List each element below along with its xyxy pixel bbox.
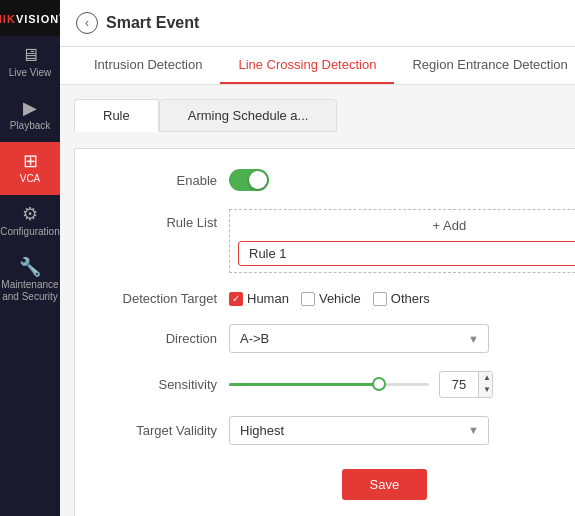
content-area: Rule Arming Schedule a... Enable Rule Li… xyxy=(60,85,575,516)
sensitivity-input-wrap: ▲ ▼ xyxy=(439,371,493,398)
rule-item-label: Rule 1 xyxy=(249,246,287,261)
save-button[interactable]: Save xyxy=(342,469,428,500)
rule-item[interactable]: Rule 1 ✕ xyxy=(238,241,575,266)
sensitivity-input[interactable] xyxy=(440,373,478,396)
vehicle-label: Vehicle xyxy=(319,291,361,306)
playback-icon: ▶ xyxy=(23,99,37,117)
sensitivity-label: Sensitivity xyxy=(99,377,229,392)
sidebar-item-label: Live View xyxy=(9,67,52,79)
target-validity-label: Target Validity xyxy=(99,423,229,438)
slider-fill xyxy=(229,383,379,386)
sidebar-item-label: VCA xyxy=(20,173,41,185)
form-panel: Enable Rule List + Add Rule 1 ✕ xyxy=(74,148,575,516)
target-others[interactable]: Others xyxy=(373,291,430,306)
sidebar-item-label: Configuration xyxy=(0,226,59,238)
enable-toggle[interactable] xyxy=(229,169,269,191)
direction-label: Direction xyxy=(99,331,229,346)
direction-select[interactable]: A->B A<-B A<->B xyxy=(229,324,489,353)
vca-icon: ⊞ xyxy=(23,152,38,170)
target-validity-select[interactable]: Highest High Medium Low Lowest xyxy=(229,416,489,445)
sidebar-item-label: Maintenance and Security xyxy=(0,279,60,303)
rule-list-label: Rule List xyxy=(99,209,229,230)
enable-row: Enable xyxy=(99,169,575,191)
detection-target-label: Detection Target xyxy=(99,291,229,306)
sensitivity-decrement-button[interactable]: ▼ xyxy=(479,384,493,396)
direction-select-wrapper: A->B A<-B A<->B ▼ xyxy=(229,324,489,353)
logo-text: HIKVISION® xyxy=(0,11,66,25)
others-label: Others xyxy=(391,291,430,306)
others-checkbox[interactable] xyxy=(373,292,387,306)
direction-row: Direction A->B A<-B A<->B ▼ xyxy=(99,324,575,353)
detection-target-row: Detection Target ✓ Human Vehicle Others xyxy=(99,291,575,306)
sensitivity-increment-button[interactable]: ▲ xyxy=(479,372,493,384)
sidebar-item-live-view[interactable]: 🖥 Live View xyxy=(0,36,60,89)
sensitivity-row: Sensitivity ▲ ▼ xyxy=(99,371,575,398)
save-row: Save xyxy=(99,463,575,500)
enable-label: Enable xyxy=(99,173,229,188)
sidebar-item-label: Playback xyxy=(10,120,51,132)
target-validity-select-wrapper: Highest High Medium Low Lowest ▼ xyxy=(229,416,489,445)
tab-arming-schedule[interactable]: Arming Schedule a... xyxy=(159,99,338,132)
target-validity-row: Target Validity Highest High Medium Low … xyxy=(99,416,575,445)
header: ‹ Smart Event xyxy=(60,0,575,47)
toggle-knob xyxy=(249,171,267,189)
logo: HIKVISION® xyxy=(0,0,60,36)
human-checkbox[interactable]: ✓ xyxy=(229,292,243,306)
slider-arrows: ▲ ▼ xyxy=(478,372,493,397)
sidebar-item-configuration[interactable]: ⚙ Configuration xyxy=(0,195,60,248)
rule-list-container: + Add Rule 1 ✕ xyxy=(229,209,575,273)
sensitivity-slider-track[interactable] xyxy=(229,383,429,386)
tab-rule[interactable]: Rule xyxy=(74,99,159,132)
main-content: ‹ Smart Event Intrusion Detection Line C… xyxy=(60,0,575,516)
rule-list-row: Rule List + Add Rule 1 ✕ xyxy=(99,209,575,273)
vehicle-checkbox[interactable] xyxy=(301,292,315,306)
target-human[interactable]: ✓ Human xyxy=(229,291,289,306)
sidebar-item-vca[interactable]: ⊞ VCA xyxy=(0,142,60,195)
config-icon: ⚙ xyxy=(22,205,38,223)
page-title: Smart Event xyxy=(106,14,199,32)
sidebar-item-playback[interactable]: ▶ Playback xyxy=(0,89,60,142)
tab-region-entrance-detection[interactable]: Region Entrance Detection xyxy=(394,47,575,84)
maintenance-icon: 🔧 xyxy=(19,258,41,276)
sidebar: HIKVISION® 🖥 Live View ▶ Playback ⊞ VCA … xyxy=(0,0,60,516)
sensitivity-slider-wrapper: ▲ ▼ xyxy=(229,371,575,398)
slider-knob[interactable] xyxy=(372,377,386,391)
add-rule-button[interactable]: + Add xyxy=(238,216,575,235)
inner-tabs: Rule Arming Schedule a... xyxy=(74,99,575,132)
main-tabs: Intrusion Detection Line Crossing Detect… xyxy=(60,47,575,85)
sidebar-item-maintenance[interactable]: 🔧 Maintenance and Security xyxy=(0,248,60,313)
tab-intrusion-detection[interactable]: Intrusion Detection xyxy=(76,47,220,84)
tab-line-crossing-detection[interactable]: Line Crossing Detection xyxy=(220,47,394,84)
detection-targets: ✓ Human Vehicle Others xyxy=(229,291,430,306)
human-label: Human xyxy=(247,291,289,306)
back-button[interactable]: ‹ xyxy=(76,12,98,34)
target-vehicle[interactable]: Vehicle xyxy=(301,291,361,306)
live-view-icon: 🖥 xyxy=(21,46,39,64)
